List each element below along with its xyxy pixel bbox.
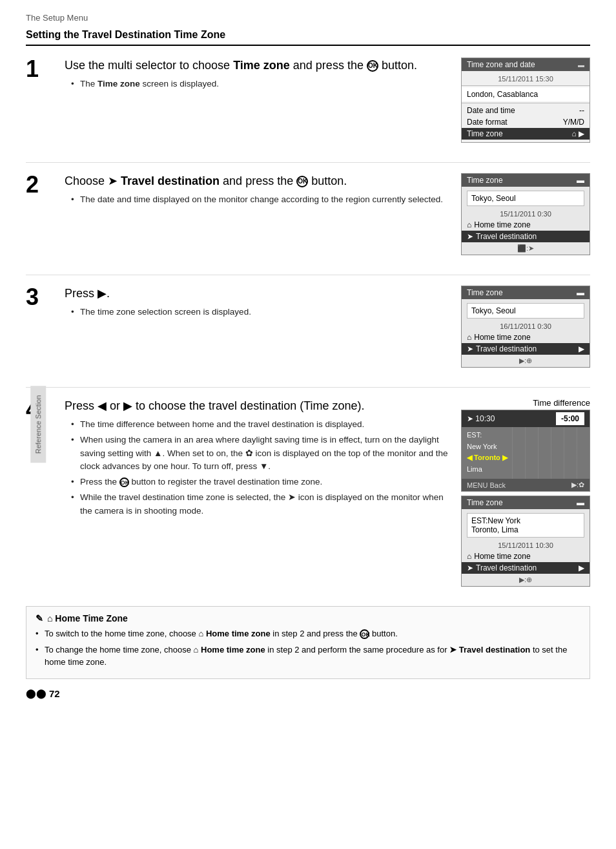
note-pencil-icon: ✎ [36, 613, 43, 624]
step4-map-grid [512, 427, 590, 479]
step4b-header: Time zone ▬ [462, 496, 590, 509]
step2-header: Time zone ▬ [462, 174, 590, 187]
step2-home-label: Home time zone [474, 220, 530, 229]
step2-panel: Time zone ▬ Tokyo, Seoul 15/11/2011 0:30… [461, 173, 590, 255]
ok-button-icon: OK [367, 60, 378, 72]
footer-icon: ⬤⬤ [26, 688, 46, 698]
step4b-bottom-icons: ▶:⊕ [462, 574, 590, 586]
step2-header-icon: ▬ [577, 176, 584, 185]
step4b-location: EST:New York Toronto, Lima [467, 513, 584, 538]
step1-datetime-value: -- [579, 106, 584, 115]
step4-ok-label: ▶:✿ [571, 481, 584, 489]
step4b-header-icon: ▬ [577, 498, 584, 507]
ok-button-icon-2: OK [296, 176, 308, 187]
step1-header-label: Time zone and date [467, 60, 535, 69]
city-est: EST: [467, 430, 508, 441]
step-2-title: Choose ➤ Travel destination and press th… [65, 173, 448, 189]
step4b-option-travel: ➤ Travel destination ▶ [462, 562, 590, 574]
step3-panel: Time zone ▬ Tokyo, Seoul 16/11/2011 0:30… [461, 286, 590, 368]
step4b-travel-icon: ➤ [467, 563, 473, 572]
step2-date: 15/11/2011 0:30 [462, 209, 590, 219]
step-3-content: Press ▶. The time zone selection screen … [65, 286, 448, 321]
city-newyork: New York [467, 441, 508, 453]
step-2-image: Time zone ▬ Tokyo, Seoul 15/11/2011 0:30… [461, 173, 590, 260]
ok-icon-small: OK [119, 477, 129, 487]
step1-timezone-value: ⌂ ▶ [571, 129, 584, 138]
divider-3-4 [26, 387, 590, 388]
divider-2-3 [26, 275, 590, 275]
step3-date: 16/11/2011 0:30 [462, 321, 590, 331]
step-3-bullets: The time zone selection screen is displa… [65, 306, 448, 319]
sidebar-label: Reference Section [30, 386, 46, 463]
page-footer: ⬤⬤ 72 [26, 688, 590, 699]
step1-row-timezone: Time zone ⌂ ▶ [462, 128, 590, 140]
step-4-row: 4 Press ◀ or ▶ to choose the travel dest… [26, 398, 590, 592]
step-2-row: 2 Choose ➤ Travel destination and press … [26, 173, 590, 260]
step-4-content: Press ◀ or ▶ to choose the travel destin… [65, 398, 448, 520]
step3-option-home: ⌂ Home time zone [462, 331, 590, 343]
step-4-title: Press ◀ or ▶ to choose the travel destin… [65, 398, 448, 414]
step3-header-icon: ▬ [577, 288, 584, 297]
step-3-row: 3 Press ▶. The time zone selection scree… [26, 286, 590, 373]
step3-travel-icon: ➤ [467, 344, 473, 353]
note-title-text: ⌂ Home Time Zone [47, 613, 128, 624]
step-3-image: Time zone ▬ Tokyo, Seoul 16/11/2011 0:30… [461, 286, 590, 373]
step3-header: Time zone ▬ [462, 286, 590, 299]
step4-map-area: EST: New York ◀ Toronto ▶ Lima [462, 427, 590, 479]
step-1-title: Use the multi selector to choose Time zo… [65, 58, 448, 74]
step-2-number: 2 [26, 173, 52, 196]
step1-divider2 [462, 103, 590, 103]
note-bullet-1: To switch to the home time zone, choose … [36, 627, 580, 640]
step1-timezone-label: Time zone [467, 129, 503, 138]
step2-option-travel: ➤ Travel destination [462, 231, 590, 242]
step3-location: Tokyo, Seoul [467, 303, 584, 319]
step1-panel-body: 15/11/2011 15:30 London, Casablanca Date… [462, 71, 590, 142]
step4-top-panel: ➤ 10:30 -5:00 EST: New York ◀ Toronto ▶ … [461, 410, 590, 492]
step4b-arrow: ▶ [579, 563, 584, 572]
step1-menu-icon: ▬ [578, 61, 584, 68]
step2-location: Tokyo, Seoul [467, 191, 584, 206]
step4-top-bar: ➤ 10:30 -5:00 [462, 410, 590, 427]
step-1-image: Time zone and date ▬ 15/11/2011 15:30 Lo… [461, 58, 590, 148]
step4b-home-label: Home time zone [474, 552, 530, 561]
step-2-bullets: The date and time displayed on the monit… [65, 193, 448, 206]
step2-option-home: ⌂ Home time zone [462, 219, 590, 231]
city-lima: Lima [467, 464, 508, 476]
step2-travel-label: Travel destination [476, 232, 537, 241]
step3-arrow-right: ▶ [579, 344, 584, 353]
step-4-bullet-1: The time difference between home and the… [71, 418, 448, 431]
note-title: ✎ ⌂ Home Time Zone [36, 613, 580, 624]
page-number: 72 [49, 688, 60, 699]
step4b-home-icon: ⌂ [467, 552, 471, 561]
step3-home-label: Home time zone [474, 333, 530, 342]
step-1-bullets: The Time zone screen is displayed. [65, 78, 448, 90]
note-bullet-2: To change the home time zone, choose ⌂ H… [36, 644, 580, 669]
step4-map-labels: EST: New York ◀ Toronto ▶ Lima [467, 430, 508, 475]
step-3-number: 3 [26, 286, 52, 309]
step-4-bullet-2: When using the camera in an area where d… [71, 434, 448, 473]
ok-icon-note1: OK [360, 629, 369, 639]
step4-back-label: MENU Back [467, 481, 506, 489]
step1-date: 15/11/2011 15:30 [462, 74, 590, 84]
step4-bottom-panel: Time zone ▬ EST:New York Toronto, Lima 1… [461, 496, 590, 587]
step2-home-icon: ⌂ [467, 220, 471, 229]
step1-location: London, Casablanca [462, 87, 590, 101]
step4b-option-home: ⌂ Home time zone [462, 550, 590, 562]
step4b-loc2: Toronto, Lima [471, 525, 580, 534]
step-4-bullet-3: Press the OK button to register the trav… [71, 476, 448, 488]
step-4-bullet-4: While the travel destination time zone i… [71, 491, 448, 518]
step1-row-dateformat: Date format Y/M/D [462, 116, 590, 128]
step-1-bullet-1: The Time zone screen is displayed. [71, 78, 448, 90]
step2-travel-icon: ➤ [467, 232, 473, 241]
step2-header-label: Time zone [467, 176, 503, 185]
step-3-bullet-1: The time zone selection screen is displa… [71, 306, 448, 319]
step1-row-datetime: Date and time -- [462, 105, 590, 116]
step1-dateformat-label: Date format [467, 118, 508, 127]
step1-panel: Time zone and date ▬ 15/11/2011 15:30 Lo… [461, 58, 590, 143]
step4-diff-value: -5:00 [556, 412, 584, 425]
step3-travel-label: Travel destination [476, 344, 537, 353]
city-toronto: ◀ Toronto ▶ [467, 452, 508, 464]
note-box: ✎ ⌂ Home Time Zone To switch to the home… [26, 606, 590, 679]
step-1-row: 1 Use the multi selector to choose Time … [26, 58, 590, 148]
step4b-header-label: Time zone [467, 498, 503, 507]
